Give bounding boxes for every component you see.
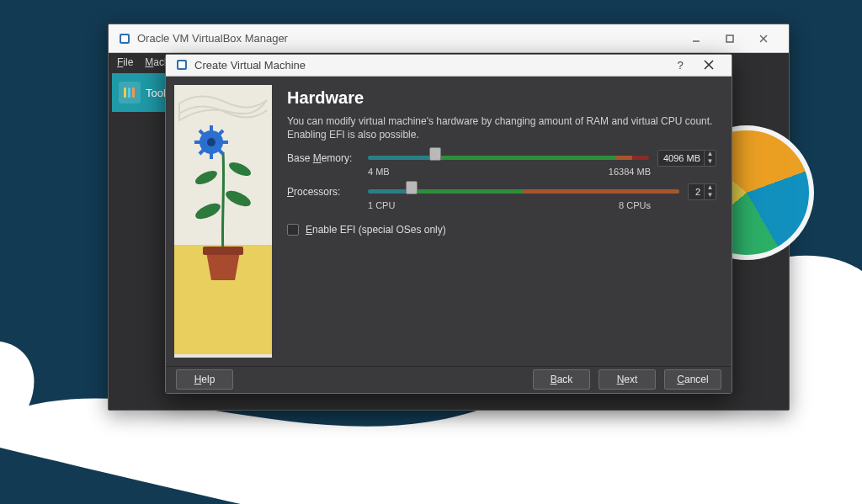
cpu-slider-thumb[interactable] (406, 181, 418, 194)
wizard-footer: Help Back Next Cancel (166, 366, 732, 393)
minimize-button[interactable] (679, 27, 713, 50)
next-button[interactable]: Next (599, 369, 656, 390)
memory-spinbox[interactable]: ▲ ▼ (657, 150, 716, 167)
svg-rect-29 (203, 247, 243, 255)
svg-rect-10 (178, 61, 185, 68)
memory-slider-thumb[interactable] (429, 147, 441, 161)
memory-input[interactable] (658, 153, 704, 163)
memory-min-label: 4 MB (368, 167, 390, 177)
wizard-titlebar[interactable]: Create Virtual Machine ? (166, 55, 732, 77)
efi-checkbox[interactable] (287, 224, 299, 236)
wizard-close-icon[interactable] (694, 55, 723, 75)
wizard-logo-icon (174, 57, 189, 72)
wizard-description: You can modify virtual machine's hardwar… (287, 114, 716, 141)
wizard-heading: Hardware (287, 88, 716, 108)
wizard-help-icon[interactable]: ? (666, 55, 694, 75)
svg-point-28 (207, 138, 216, 146)
memory-max-label: 16384 MB (609, 167, 651, 177)
create-vm-wizard: Create Virtual Machine ? (165, 54, 732, 394)
maximize-button[interactable] (713, 27, 747, 50)
back-button[interactable]: Back (533, 369, 590, 390)
close-main-button[interactable] (747, 27, 780, 50)
svg-rect-8 (132, 88, 135, 98)
cpu-step-down-icon[interactable]: ▼ (705, 192, 716, 199)
svg-rect-3 (726, 35, 733, 42)
main-window-title: Oracle VM VirtualBox Manager (137, 32, 288, 45)
memory-step-down-icon[interactable]: ▼ (705, 158, 716, 166)
help-button[interactable]: Help (176, 369, 233, 390)
cancel-button[interactable]: Cancel (664, 369, 721, 390)
cpu-spinbox[interactable]: ▲ ▼ (688, 183, 716, 200)
virtualbox-logo-icon (117, 31, 132, 46)
memory-label: Base Memory: (287, 152, 359, 164)
cpu-max-label: 8 CPUs (619, 200, 651, 210)
cpu-input[interactable] (689, 187, 704, 197)
efi-label[interactable]: EEnable EFI (special OSes only)nable EFI… (306, 224, 446, 236)
tools-icon (119, 82, 141, 103)
main-titlebar[interactable]: Oracle VM VirtualBox Manager (109, 24, 789, 53)
svg-rect-7 (128, 88, 130, 98)
cpu-label: Processors: (287, 186, 359, 198)
memory-slider[interactable] (368, 151, 649, 165)
wizard-artwork (174, 85, 272, 358)
wizard-title: Create Virtual Machine (194, 59, 306, 72)
cpu-slider[interactable] (368, 185, 679, 199)
cpu-min-label: 1 CPU (368, 200, 395, 210)
svg-rect-1 (121, 35, 128, 42)
menu-file[interactable]: File (117, 56, 133, 68)
svg-rect-6 (124, 88, 126, 98)
